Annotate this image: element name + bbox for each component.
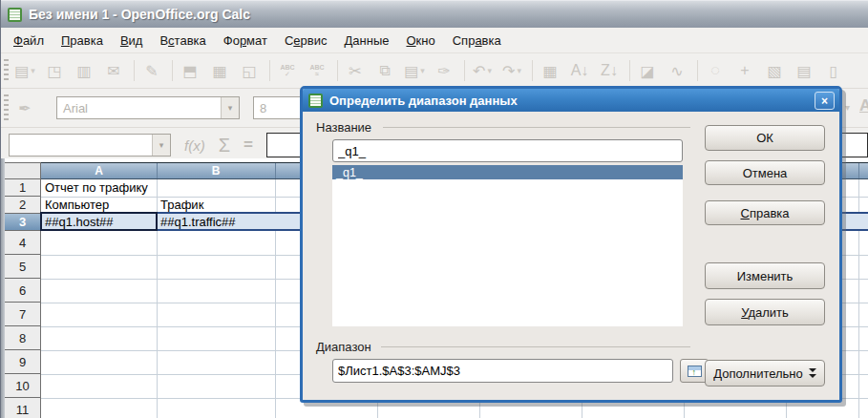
chevron-down-icon[interactable]: ▾	[221, 97, 239, 118]
dropdown-arrow-icon[interactable]: ▾	[517, 66, 521, 75]
delete-button[interactable]: Удалить	[705, 299, 825, 325]
name-group-label: Название	[316, 120, 371, 135]
double-down-arrow-icon	[809, 367, 816, 379]
paste-icon[interactable]: ▤▾	[403, 59, 426, 82]
calc-dialog-icon	[308, 94, 323, 108]
undo-icon[interactable]: ↶▾	[471, 59, 494, 82]
chevron-down-icon[interactable]: ▾	[845, 102, 850, 113]
font-size-value: 8	[254, 101, 302, 115]
toolbar-grip[interactable]	[4, 59, 9, 82]
close-icon[interactable]: ×	[815, 92, 835, 110]
insert-chart-icon[interactable]: ◪	[636, 59, 659, 82]
row-header-10[interactable]: 10	[5, 374, 41, 398]
ok-button[interactable]: ОК	[705, 125, 825, 151]
copy-icon[interactable]: ⧉	[373, 59, 396, 82]
name-list-item[interactable]: _q1_	[332, 165, 683, 179]
spellcheck-icon-sub: ✓	[285, 71, 290, 77]
help-button[interactable]: Справка	[705, 200, 825, 225]
row-header-5[interactable]: 5	[5, 255, 41, 279]
cell-A1[interactable]: Отчет по трафику	[45, 180, 148, 195]
range-reference-input[interactable]	[332, 359, 673, 383]
cancel-button[interactable]: Отмена	[705, 160, 825, 185]
save-icon[interactable]: ▥	[73, 59, 95, 82]
format-paintbrush-icon-glyph: ✑	[437, 62, 450, 80]
menu-item-Вставка[interactable]: Вставка	[151, 31, 214, 51]
bold-icon[interactable]: A	[859, 96, 868, 115]
print-icon-glyph: ▦	[212, 62, 226, 80]
dropdown-arrow-icon[interactable]: ▾	[420, 66, 425, 75]
autospellcheck-icon[interactable]: ABC≈	[306, 59, 328, 82]
menu-item-Данные[interactable]: Данные	[335, 31, 397, 51]
cell-A2[interactable]: Компьютер	[45, 198, 109, 212]
menu-item-Файл[interactable]: Файл	[5, 31, 53, 51]
equals-icon[interactable]: =	[243, 136, 253, 155]
cell-B2[interactable]: Трафик	[160, 198, 203, 212]
data-sources-icon[interactable]: ▤	[793, 59, 815, 82]
range-name-input[interactable]	[332, 139, 683, 162]
column-header-A[interactable]: A	[41, 164, 157, 178]
gallery-icon[interactable]: ▧	[763, 59, 786, 82]
print-icon[interactable]: ▦	[208, 59, 231, 82]
font-size-combo[interactable]: 8	[253, 96, 303, 119]
chevron-down-icon[interactable]: ▾	[152, 135, 170, 156]
export-pdf-icon-glyph: ⬒	[182, 62, 197, 80]
export-pdf-icon[interactable]: ⬒	[179, 59, 201, 82]
function-wizard-icon[interactable]: f(x)	[184, 137, 205, 154]
cell-B3[interactable]: ##q1.traffic##	[160, 215, 236, 229]
draw-functions-icon[interactable]: ∿	[666, 59, 688, 82]
menubar: ФайлПравкаВидВставкаФорматСервисДанныеОк…	[1, 28, 868, 53]
font-name-combo[interactable]: Arial ▾	[56, 96, 240, 119]
spellcheck-icon[interactable]: ABC✓	[276, 59, 299, 82]
menu-item-Справка[interactable]: Справка	[444, 31, 510, 51]
row-header-9[interactable]: 9	[5, 350, 41, 374]
new-document-icon[interactable]: ▤▾	[13, 59, 36, 82]
sort-descending-icon-glyph: Z↓	[601, 62, 618, 79]
zoom-icon[interactable]: ▯	[822, 59, 845, 82]
hyperlink-icon[interactable]: ▦	[539, 59, 561, 82]
dropdown-arrow-icon[interactable]: ▾	[487, 66, 492, 75]
toolbar-separator	[269, 60, 270, 81]
row-header-3[interactable]: 3	[5, 214, 41, 231]
shrink-icon: ↑	[688, 366, 702, 377]
range-group-label: Диапазон	[316, 340, 371, 354]
row-header-2[interactable]: 2	[5, 197, 41, 214]
menu-item-Формат[interactable]: Формат	[215, 31, 276, 51]
row-header-7[interactable]: 7	[5, 303, 41, 326]
dropdown-arrow-icon[interactable]: ▾	[31, 66, 35, 75]
find-replace-icon[interactable]: ◌	[704, 59, 727, 82]
redo-icon[interactable]: ↷▾	[500, 59, 523, 82]
name-box[interactable]: ▾	[9, 134, 171, 157]
paint-can-icon[interactable]: ✒	[13, 96, 36, 119]
gallery-icon-glyph: ▧	[767, 62, 781, 80]
edit-file-icon[interactable]: ✎	[140, 59, 163, 82]
open-icon[interactable]: ◳	[43, 59, 66, 82]
select-all-corner[interactable]	[5, 162, 41, 179]
column-header-B[interactable]: B	[157, 164, 275, 178]
range-name-list[interactable]: _q1_	[332, 165, 683, 326]
toolbar-grip[interactable]	[4, 94, 9, 121]
sort-ascending-icon[interactable]: A↓	[568, 59, 591, 82]
save-icon-glyph: ▥	[76, 62, 91, 80]
document-as-email-icon-glyph: ✉	[107, 62, 119, 80]
sum-icon[interactable]: Σ	[219, 135, 230, 157]
format-paintbrush-icon[interactable]: ✑	[433, 59, 455, 82]
row-header-4[interactable]: 4	[5, 231, 41, 255]
row-header-11[interactable]: 11	[5, 398, 41, 418]
modify-button[interactable]: Изменить	[705, 262, 825, 289]
row-header-6[interactable]: 6	[5, 279, 41, 303]
document-as-email-icon[interactable]: ✉	[102, 59, 125, 82]
navigator-icon[interactable]: +	[733, 59, 756, 82]
sort-descending-icon[interactable]: Z↓	[598, 59, 621, 82]
cell-A3[interactable]: ##q1.host##	[45, 215, 114, 229]
zoom-icon-glyph: ▯	[830, 62, 838, 80]
menu-item-Вид[interactable]: Вид	[112, 31, 152, 51]
cut-icon[interactable]: ✂	[344, 59, 367, 82]
row-header-1[interactable]: 1	[5, 179, 41, 197]
row-header-8[interactable]: 8	[5, 326, 41, 350]
page-preview-icon[interactable]: ◱	[238, 59, 261, 82]
menu-item-Правка[interactable]: Правка	[53, 31, 112, 51]
more-button[interactable]: Дополнительно	[705, 360, 825, 387]
menu-item-Сервис[interactable]: Сервис	[276, 31, 336, 51]
menu-item-Окно[interactable]: Окно	[397, 31, 443, 51]
sort-ascending-icon-glyph: A↓	[571, 62, 589, 79]
